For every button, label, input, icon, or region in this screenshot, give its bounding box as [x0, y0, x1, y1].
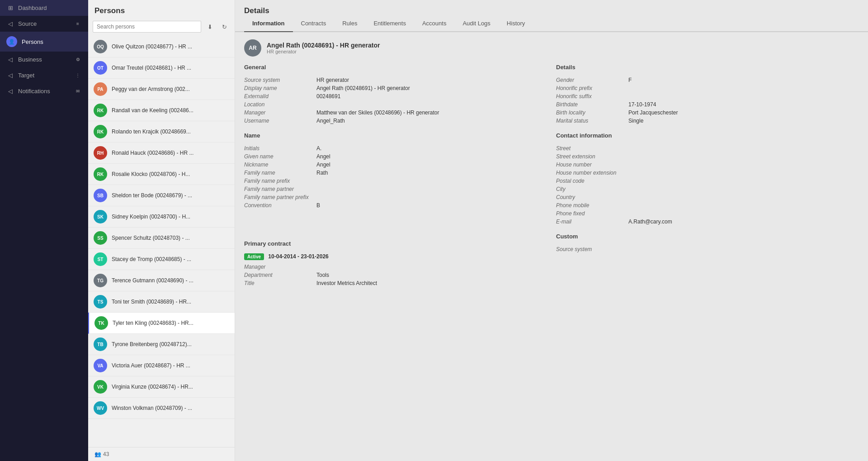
field-row: Country — [556, 194, 859, 200]
persons-panel: Persons ⬇ ↻ OQ Olive Quitzon (00248677) … — [88, 0, 235, 461]
field-row: ExternalId 00248691 — [244, 93, 547, 100]
details-content: AR Angel Rath (00248691) - HR generator … — [235, 32, 868, 461]
field-value — [628, 162, 859, 168]
field-row: Source system — [556, 246, 859, 252]
person-name: Toni ter Smith (00248689) - HR... — [112, 299, 191, 305]
field-label: Department — [244, 272, 316, 278]
list-item[interactable]: RH Ronald Hauck (00248686) - HR ... — [88, 143, 235, 164]
list-item[interactable]: RK Randall van de Keeling (002486... — [88, 100, 235, 121]
field-label: Gender — [556, 77, 628, 83]
field-value — [628, 246, 859, 252]
primary-contract-title: Primary contract — [244, 240, 547, 249]
tab-contracts[interactable]: Contracts — [293, 15, 335, 32]
list-item[interactable]: RK Rolando ten Krajcik (00248669... — [88, 121, 235, 143]
person-detail-info: Angel Rath (00248691) - HR generator HR … — [267, 42, 380, 54]
field-label: Family name partner — [244, 186, 316, 192]
tab-accounts[interactable]: Accounts — [414, 15, 454, 32]
field-row: Postal code — [556, 178, 859, 184]
field-label: Location — [244, 101, 316, 108]
search-input[interactable] — [93, 21, 201, 33]
field-row: Street extension — [556, 153, 859, 160]
list-item[interactable]: OQ Olive Quitzon (00248677) - HR ... — [88, 36, 235, 57]
tab-entitlements[interactable]: Entitlements — [365, 15, 414, 32]
field-value — [316, 101, 547, 108]
sidebar-item-target[interactable]: ◁ Target ⋮ — [0, 67, 88, 83]
field-value — [316, 186, 547, 192]
sidebar-item-label: Dashboard — [14, 5, 82, 11]
details-title: Details — [235, 0, 868, 15]
list-item[interactable]: VK Virginia Kunze (00248674) - HR... — [88, 376, 235, 398]
field-row: Marital status Single — [556, 118, 859, 124]
field-label: House number extension — [556, 170, 628, 176]
persons-footer: 👥 43 — [88, 447, 235, 461]
custom-title: Custom — [556, 233, 859, 242]
list-item[interactable]: PA Peggy van der Armstrong (002... — [88, 79, 235, 100]
person-name: Olive Quitzon (00248677) - HR ... — [112, 43, 192, 50]
details-right-section: Details Gender F Honorific prefix Honori… — [556, 64, 859, 126]
list-item[interactable]: TB Tyrone Breitenberg (00248712)... — [88, 334, 235, 355]
list-item[interactable]: VA Victoria Auer (00248687) - HR ... — [88, 355, 235, 376]
field-label: Family name partner prefix — [244, 194, 316, 200]
list-item[interactable]: OT Omar Treutel (00248681) - HR ... — [88, 57, 235, 79]
field-value — [628, 202, 859, 209]
refresh-button[interactable]: ↻ — [218, 21, 230, 33]
sidebar-item-source[interactable]: ◁ Source ≡ — [0, 16, 88, 32]
person-name: Virginia Kunze (00248674) - HR... — [112, 384, 193, 390]
field-value — [628, 194, 859, 200]
avatar: RK — [94, 104, 107, 117]
contact-fields: Street Street extension House number Hou… — [556, 145, 859, 225]
general-section: General Source system HR generator Displ… — [244, 64, 547, 126]
field-label: Manager — [244, 109, 316, 116]
field-row: E-mail A.Rath@cary.com — [556, 219, 859, 225]
field-value — [628, 210, 859, 217]
tab-rules[interactable]: Rules — [334, 15, 365, 32]
person-name: Ronald Hauck (00248686) - HR ... — [112, 150, 193, 156]
field-value — [628, 178, 859, 184]
tabs-bar: InformationContractsRulesEntitlementsAcc… — [235, 15, 868, 32]
field-value — [628, 153, 859, 160]
list-item[interactable]: SK Sidney Koelpin (00248700) - H... — [88, 206, 235, 228]
list-item[interactable]: TK Tyler ten Kling (00248683) - HR... — [88, 313, 235, 334]
sidebar-item-notifications[interactable]: ◁ Notifications ✉ — [0, 83, 88, 99]
sidebar-item-label: Persons — [17, 38, 82, 45]
field-value: Port Jacqueschester — [628, 109, 859, 116]
list-item[interactable]: TS Toni ter Smith (00248689) - HR... — [88, 291, 235, 313]
field-label: Nickname — [244, 162, 316, 168]
person-name: Winston Volkman (00248709) - ... — [112, 405, 192, 411]
details-right-title: Details — [556, 64, 859, 72]
persons-count: 43 — [103, 451, 109, 457]
field-value — [316, 264, 547, 270]
person-name: Rosalie Klocko (00248706) - H... — [112, 171, 190, 177]
list-item[interactable]: RK Rosalie Klocko (00248706) - H... — [88, 164, 235, 185]
sidebar-item-dashboard[interactable]: ⊞ Dashboard — [0, 0, 88, 16]
tab-history[interactable]: History — [499, 15, 533, 32]
contract-status-row: Active 10-04-2014 - 23-01-2026 — [244, 253, 547, 260]
field-row: House number — [556, 162, 859, 168]
list-item[interactable]: TG Terence Gutmann (00248690) - ... — [88, 270, 235, 291]
list-item[interactable]: SB Sheldon ter Bode (00248679) - ... — [88, 185, 235, 206]
list-item[interactable]: ST Stacey de Tromp (00248685) - ... — [88, 249, 235, 270]
field-row: Honorific prefix — [556, 85, 859, 91]
avatar: WV — [94, 401, 107, 415]
search-bar: ⬇ ↻ — [88, 19, 235, 36]
person-full-name: Angel Rath (00248691) - HR generator — [267, 42, 380, 49]
field-row: Street — [556, 145, 859, 152]
field-label: Source system — [244, 77, 316, 83]
sidebar-item-business[interactable]: ◁ Business ⚙ — [0, 52, 88, 67]
field-value — [628, 186, 859, 192]
field-row: Initials A. — [244, 145, 547, 152]
field-value — [316, 178, 547, 184]
list-item[interactable]: WV Winston Volkman (00248709) - ... — [88, 398, 235, 419]
tab-audit_logs[interactable]: Audit Logs — [454, 15, 498, 32]
person-detail-header: AR Angel Rath (00248691) - HR generator … — [244, 39, 859, 57]
download-button[interactable]: ⬇ — [204, 21, 216, 33]
field-row: Location — [244, 101, 547, 108]
sidebar-item-persons[interactable]: 👤 Persons — [0, 32, 88, 52]
details-top-grid: General Source system HR generator Displ… — [244, 64, 859, 126]
sidebar-item-label: Source — [14, 20, 74, 27]
list-item[interactable]: SS Spencer Schultz (00248703) - ... — [88, 228, 235, 249]
field-row: Source system HR generator — [244, 77, 547, 83]
tab-information[interactable]: Information — [244, 15, 293, 32]
field-label: ExternalId — [244, 93, 316, 100]
field-label: Birthdate — [556, 101, 628, 108]
